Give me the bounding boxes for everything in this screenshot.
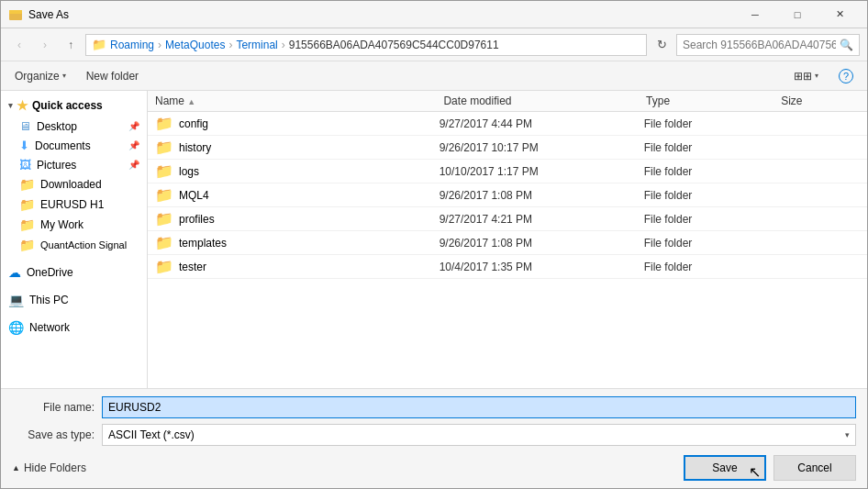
file-type: File folder: [644, 141, 781, 154]
sidebar-item-quantaction[interactable]: 📁 QuantAction Signal: [1, 235, 147, 255]
save-label: Save: [712, 461, 737, 474]
sidebar-item-desktop[interactable]: 🖥 Desktop 📌: [1, 117, 147, 136]
quick-access-header[interactable]: ▾ ★ Quick access: [1, 94, 147, 117]
header-type[interactable]: Type: [646, 94, 781, 107]
sidebar-item-mywork[interactable]: 📁 My Work: [1, 215, 147, 235]
saveastype-caret: ▾: [845, 430, 850, 439]
sidebar-item-downloaded[interactable]: 📁 Downloaded: [1, 174, 147, 194]
refresh-button[interactable]: ↻: [651, 34, 673, 56]
sidebar-item-eurusd[interactable]: 📁 EURUSD H1: [1, 194, 147, 215]
address-bar: ‹ › ↑ 📁 Roaming › MetaQuotes › Terminal …: [1, 28, 867, 61]
hide-folders-button[interactable]: ▲ Hide Folders: [12, 461, 86, 474]
pin-icon: 📌: [128, 121, 139, 131]
view-caret: ▾: [815, 72, 818, 80]
sidebar-thispc-label: This PC: [29, 294, 69, 306]
back-button[interactable]: ‹: [8, 34, 30, 56]
breadcrumb-terminal[interactable]: Terminal: [236, 39, 277, 51]
cursor-icon: ↖: [749, 463, 761, 481]
file-rows-container: 📁 config 9/27/2017 4:44 PM File folder 📁…: [148, 112, 867, 279]
header-name[interactable]: Name ▲: [155, 94, 443, 107]
file-list-header: Name ▲ Date modified Type Size: [148, 91, 867, 112]
folder-icon: 📁: [155, 258, 173, 275]
table-row[interactable]: 📁 profiles 9/27/2017 4:21 PM File folder: [148, 207, 867, 231]
breadcrumb-roaming[interactable]: Roaming: [110, 39, 154, 51]
sidebar-pictures-label: Pictures: [37, 159, 76, 172]
file-name-cell: 📁 MQL4: [155, 186, 440, 204]
file-name: templates: [179, 237, 227, 250]
sidebar-desktop-label: Desktop: [37, 120, 77, 133]
header-size[interactable]: Size: [781, 94, 860, 107]
bottom-actions: ▲ Hide Folders Save ↖ Cancel: [12, 451, 856, 481]
sidebar-network-label: Network: [29, 321, 70, 334]
search-box[interactable]: 🔍: [676, 34, 860, 56]
search-icon: 🔍: [840, 39, 853, 51]
folder-icon: 📁: [155, 210, 173, 228]
downloaded-icon: 📁: [19, 177, 35, 192]
file-name-cell: 📁 tester: [155, 258, 440, 275]
sidebar-item-onedrive[interactable]: ☁ OneDrive: [1, 262, 147, 283]
search-input[interactable]: [683, 39, 836, 51]
breadcrumb-current: 915566BA06ADA407569C544CC0D97611: [289, 39, 499, 51]
eurusd-folder-icon: 📁: [19, 197, 35, 212]
sidebar-onedrive-label: OneDrive: [27, 266, 73, 279]
svg-rect-1: [9, 10, 22, 14]
folder-icon: 📁: [155, 115, 173, 132]
sidebar: ▾ ★ Quick access 🖥 Desktop 📌 ⬇ Documents…: [1, 91, 148, 388]
sidebar-documents-label: Documents: [35, 139, 91, 152]
window-controls: ─ □ ✕: [735, 2, 860, 28]
organize-button[interactable]: Organize ▾: [8, 65, 72, 87]
breadcrumb-folder-icon: 📁: [92, 38, 106, 51]
file-type: File folder: [644, 117, 781, 130]
forward-button[interactable]: ›: [34, 34, 56, 56]
desktop-icon: 🖥: [19, 119, 31, 133]
header-modified[interactable]: Date modified: [443, 94, 646, 107]
saveastype-select[interactable]: ASCII Text (*.csv) ▾: [102, 424, 856, 446]
table-row[interactable]: 📁 logs 10/10/2017 1:17 PM File folder: [148, 160, 867, 183]
file-list: Name ▲ Date modified Type Size 📁 config …: [148, 91, 867, 388]
quick-access-star-icon: ★: [17, 98, 28, 113]
file-type: File folder: [644, 165, 781, 178]
sidebar-item-network[interactable]: 🌐 Network: [1, 317, 147, 338]
filename-input[interactable]: [102, 396, 856, 418]
file-name: tester: [179, 261, 206, 273]
documents-icon: ⬇: [19, 139, 29, 152]
file-modified: 9/26/2017 1:08 PM: [440, 237, 644, 250]
view-button[interactable]: ⊞⊞ ▾: [787, 65, 825, 87]
maximize-button[interactable]: □: [776, 1, 818, 28]
sidebar-item-thispc[interactable]: 💻 This PC: [1, 290, 147, 310]
quantaction-folder-icon: 📁: [19, 238, 35, 252]
dialog-title: Save As: [28, 8, 735, 21]
dialog-icon: [8, 7, 23, 22]
save-button[interactable]: Save ↖: [684, 455, 766, 481]
sidebar-item-documents[interactable]: ⬇ Documents 📌: [1, 136, 147, 155]
network-icon: 🌐: [8, 320, 24, 335]
breadcrumb-bar[interactable]: 📁 Roaming › MetaQuotes › Terminal › 9155…: [85, 34, 647, 56]
breadcrumb-metaquotes[interactable]: MetaQuotes: [165, 39, 225, 51]
file-modified: 10/10/2017 1:17 PM: [440, 165, 644, 178]
save-as-dialog: Save As ─ □ ✕ ‹ › ↑ 📁 Roaming › MetaQuot…: [0, 0, 868, 489]
file-name-cell: 📁 history: [155, 139, 440, 156]
sort-icon: ▲: [187, 97, 195, 106]
table-row[interactable]: 📁 history 9/26/2017 10:17 PM File folder: [148, 136, 867, 160]
file-modified: 9/27/2017 4:44 PM: [440, 117, 644, 130]
help-icon: ?: [839, 69, 853, 83]
table-row[interactable]: 📁 MQL4 9/26/2017 1:08 PM File folder: [148, 183, 867, 207]
view-icon: ⊞⊞: [794, 70, 812, 83]
table-row[interactable]: 📁 templates 9/26/2017 1:08 PM File folde…: [148, 231, 867, 255]
minimize-button[interactable]: ─: [734, 1, 776, 28]
sidebar-item-pictures[interactable]: 🖼 Pictures 📌: [1, 155, 147, 174]
help-button[interactable]: ?: [832, 65, 860, 87]
table-row[interactable]: 📁 tester 10/4/2017 1:35 PM File folder: [148, 255, 867, 279]
new-folder-button[interactable]: New folder: [80, 65, 145, 87]
folder-icon: 📁: [155, 162, 173, 180]
cancel-button[interactable]: Cancel: [773, 455, 856, 481]
file-name-cell: 📁 profiles: [155, 210, 440, 228]
close-button[interactable]: ✕: [818, 1, 861, 28]
file-name: profiles: [179, 213, 215, 226]
file-type: File folder: [644, 213, 781, 226]
folder-icon: 📁: [155, 234, 173, 251]
table-row[interactable]: 📁 config 9/27/2017 4:44 PM File folder: [148, 112, 867, 136]
folder-icon: 📁: [155, 186, 173, 204]
file-modified: 9/26/2017 10:17 PM: [440, 141, 644, 154]
up-button[interactable]: ↑: [60, 34, 82, 56]
